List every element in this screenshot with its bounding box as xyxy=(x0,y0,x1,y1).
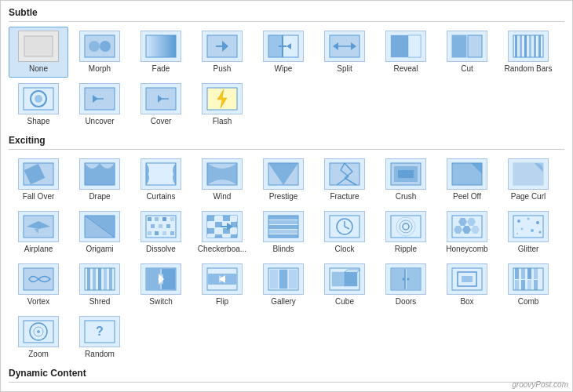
item-cover[interactable]: Cover xyxy=(131,79,191,130)
icon-uncover xyxy=(79,83,120,114)
item-cut[interactable]: Cut xyxy=(437,27,497,78)
item-ripple[interactable]: Ripple xyxy=(376,207,436,258)
item-box[interactable]: Box xyxy=(437,260,497,310)
svg-rect-72 xyxy=(148,231,151,235)
svg-rect-98 xyxy=(268,225,298,229)
item-window[interactable]: Window xyxy=(254,387,313,392)
icon-crush xyxy=(385,158,426,190)
item-orbit[interactable]: Orbit xyxy=(315,387,374,392)
item-curtains[interactable]: Curtains xyxy=(131,154,191,205)
item-fly-through[interactable]: Fly Through xyxy=(376,387,436,392)
item-prestige[interactable]: Prestige xyxy=(254,154,313,205)
icon-fracture xyxy=(324,158,365,190)
svg-rect-89 xyxy=(207,234,214,238)
item-pan[interactable]: Pan xyxy=(9,387,68,392)
svg-rect-68 xyxy=(170,217,174,221)
watermark: groovyPost.com xyxy=(512,380,568,389)
icon-ripple xyxy=(385,211,426,242)
svg-rect-96 xyxy=(268,216,298,220)
item-reveal[interactable]: Reveal xyxy=(376,27,436,78)
svg-rect-22 xyxy=(468,35,482,57)
item-clock[interactable]: Clock xyxy=(315,207,374,258)
section-dynamic: Dynamic Content xyxy=(9,368,564,379)
svg-rect-85 xyxy=(207,228,214,234)
item-airplane[interactable]: Airplane xyxy=(9,207,68,258)
exciting-grid: Fall Over Drape Curtains Wind xyxy=(9,154,564,363)
svg-rect-47 xyxy=(330,163,359,185)
item-fade[interactable]: Fade xyxy=(131,27,191,78)
item-crush[interactable]: Crush xyxy=(376,154,436,205)
svg-text:?: ? xyxy=(96,325,104,338)
item-fracture[interactable]: Fracture xyxy=(315,154,374,205)
svg-rect-162 xyxy=(534,268,538,279)
svg-rect-100 xyxy=(268,234,298,238)
svg-rect-145 xyxy=(345,272,357,286)
svg-rect-86 xyxy=(215,228,222,234)
item-zoom[interactable]: Zoom xyxy=(9,312,68,363)
svg-point-117 xyxy=(527,218,530,220)
svg-rect-161 xyxy=(527,268,531,279)
item-random[interactable]: ? Random xyxy=(70,312,130,363)
item-uncover[interactable]: Uncover xyxy=(70,79,130,130)
icon-drape xyxy=(79,158,120,190)
svg-rect-90 xyxy=(215,234,222,238)
svg-rect-71 xyxy=(166,224,170,228)
icon-clock xyxy=(324,211,365,242)
item-origami[interactable]: Origami xyxy=(70,207,130,258)
svg-rect-79 xyxy=(223,216,230,221)
item-shred[interactable]: Shred xyxy=(70,260,130,310)
item-blinds[interactable]: Blinds xyxy=(254,207,313,258)
item-flip[interactable]: Flip xyxy=(192,260,252,310)
item-none[interactable]: None xyxy=(9,27,68,78)
item-conveyor[interactable]: Conveyor xyxy=(131,387,191,392)
item-cube[interactable]: Cube xyxy=(315,260,374,310)
item-split[interactable]: Split xyxy=(315,27,374,78)
transitions-panel: Subtle None Morph Fade Push xyxy=(0,0,573,392)
svg-rect-140 xyxy=(270,270,278,289)
item-wipe[interactable]: Wipe xyxy=(254,27,313,78)
item-fall-over[interactable]: Fall Over xyxy=(9,154,68,205)
svg-rect-166 xyxy=(534,280,538,290)
svg-rect-92 xyxy=(231,234,237,238)
svg-rect-91 xyxy=(223,234,230,238)
svg-rect-125 xyxy=(87,268,90,290)
item-rotate[interactable]: Rotate xyxy=(192,387,252,392)
item-glitter[interactable]: Glitter xyxy=(498,207,558,258)
svg-rect-19 xyxy=(391,35,408,57)
svg-rect-128 xyxy=(104,268,107,290)
svg-rect-69 xyxy=(151,224,155,228)
item-peel-off[interactable]: Peel Off xyxy=(437,154,497,205)
item-checkerboard[interactable]: Checkerboa... xyxy=(192,207,252,258)
item-page-curl[interactable]: Page Curl xyxy=(498,154,558,205)
icon-reveal xyxy=(385,31,426,62)
item-honeycomb[interactable]: Honeycomb xyxy=(437,207,497,258)
item-switch[interactable]: Switch xyxy=(131,260,191,310)
item-random-bars[interactable]: Random Bars xyxy=(498,27,558,78)
svg-rect-73 xyxy=(155,231,159,235)
item-wind[interactable]: Wind xyxy=(192,154,252,205)
item-vortex[interactable]: Vortex xyxy=(9,260,68,310)
svg-point-120 xyxy=(531,229,534,232)
icon-flash xyxy=(202,83,243,114)
icon-none xyxy=(18,31,59,62)
item-push[interactable]: Push xyxy=(192,27,252,78)
item-shape[interactable]: Shape xyxy=(9,79,68,130)
svg-rect-142 xyxy=(289,270,297,289)
item-drape[interactable]: Drape xyxy=(70,154,130,205)
item-dissolve[interactable]: Dissolve xyxy=(131,207,191,258)
svg-rect-81 xyxy=(207,222,214,227)
icon-cut xyxy=(447,31,487,62)
icon-airplane xyxy=(18,211,59,242)
svg-rect-56 xyxy=(398,170,414,178)
icon-wipe xyxy=(263,31,304,62)
item-comb[interactable]: Comb xyxy=(498,260,558,310)
item-ferris-wheel[interactable]: Ferris Wheel xyxy=(70,387,130,392)
item-morph[interactable]: Morph xyxy=(70,27,130,78)
item-doors[interactable]: Doors xyxy=(376,260,436,310)
svg-rect-97 xyxy=(268,220,298,224)
item-flash[interactable]: Flash xyxy=(192,79,252,130)
icon-push xyxy=(202,31,243,62)
item-gallery[interactable]: Gallery xyxy=(254,260,313,310)
icon-wind xyxy=(202,158,243,190)
svg-rect-165 xyxy=(527,280,531,290)
